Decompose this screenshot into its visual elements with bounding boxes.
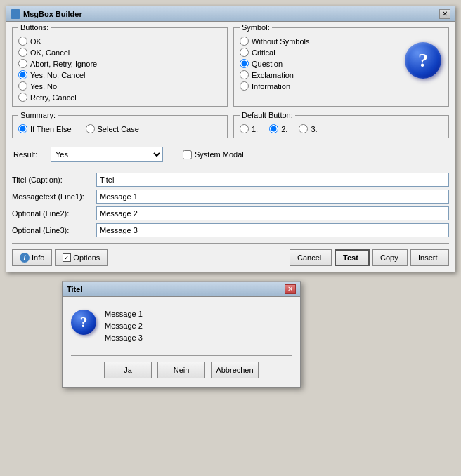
radio-yes-no-cancel[interactable]: Yes, No, Cancel bbox=[18, 70, 221, 79]
radio-if-then-else-label: If Then Else bbox=[30, 125, 72, 133]
radio-default-2[interactable]: 2. bbox=[269, 124, 287, 133]
line1-field[interactable] bbox=[96, 190, 449, 204]
title-input-row: Titel (Caption): bbox=[12, 173, 449, 187]
radio-default-1[interactable]: 1. bbox=[240, 124, 258, 133]
radio-if-then-else-input[interactable] bbox=[18, 124, 27, 133]
buttons-group: Buttons: OK OK, Cancel Abort, Retry, Ign… bbox=[12, 27, 228, 107]
preview-ja-label: Ja bbox=[124, 366, 132, 374]
line2-input-row: Optional (Line2): bbox=[12, 206, 449, 220]
radio-select-case[interactable]: Select Case bbox=[86, 124, 139, 133]
cancel-button-label: Cancel bbox=[297, 253, 321, 262]
window-titlebar: MsgBox Builder ✕ bbox=[6, 6, 455, 22]
line2-field-label: Optional (Line2): bbox=[12, 209, 96, 218]
separator-1 bbox=[12, 168, 449, 168]
preview-message-2: Message 2 bbox=[105, 320, 143, 332]
preview-nein-button[interactable]: Nein bbox=[157, 362, 205, 378]
radio-without-symbols-input[interactable] bbox=[240, 37, 249, 46]
radio-if-then-else[interactable]: If Then Else bbox=[18, 124, 72, 133]
radio-yes-no-label: Yes, No bbox=[30, 82, 57, 91]
preview-message-3: Message 3 bbox=[105, 332, 143, 344]
radio-yes-no-input[interactable] bbox=[18, 81, 27, 91]
preview-titlebar: Titel ✕ bbox=[63, 282, 300, 297]
insert-button[interactable]: Insert bbox=[410, 249, 449, 266]
radio-default-1-label: 1. bbox=[252, 125, 258, 133]
radio-ok[interactable]: OK bbox=[18, 37, 221, 46]
msgbox-builder-window: MsgBox Builder ✕ Buttons: OK OK, Cancel bbox=[6, 6, 455, 272]
radio-information-input[interactable] bbox=[240, 81, 249, 91]
radio-retry-cancel[interactable]: Retry, Cancel bbox=[18, 93, 221, 102]
line2-field[interactable] bbox=[96, 206, 449, 220]
radio-question-input[interactable] bbox=[240, 59, 249, 68]
radio-default-1-input[interactable] bbox=[240, 124, 249, 133]
separator-2 bbox=[12, 243, 449, 244]
preview-abbrechen-label: Abbrechen bbox=[216, 366, 253, 374]
radio-without-symbols-label: Without Symbols bbox=[252, 37, 310, 46]
preview-messages: Message 1 Message 2 Message 3 bbox=[105, 308, 143, 344]
radio-retry-cancel-input[interactable] bbox=[18, 93, 27, 102]
radio-ok-label: OK bbox=[30, 37, 41, 46]
preview-close-button[interactable]: ✕ bbox=[285, 284, 296, 294]
info-icon: i bbox=[20, 253, 30, 263]
preview-abbrechen-button[interactable]: Abbrechen bbox=[211, 362, 259, 378]
test-button[interactable]: Test bbox=[335, 249, 370, 266]
options-button-label: Options bbox=[73, 253, 100, 262]
radio-abort-retry-ignore-input[interactable] bbox=[18, 59, 27, 68]
radio-abort-retry-ignore-label: Abort, Retry, Ignore bbox=[30, 60, 97, 68]
radio-yes-no-cancel-label: Yes, No, Cancel bbox=[30, 71, 85, 79]
copy-button[interactable]: Copy bbox=[372, 249, 408, 266]
test-button-label: Test bbox=[343, 253, 358, 262]
radio-select-case-input[interactable] bbox=[86, 124, 95, 133]
radio-default-3-label: 3. bbox=[311, 125, 317, 133]
title-field-label: Titel (Caption): bbox=[12, 176, 96, 184]
title-field[interactable] bbox=[96, 173, 449, 187]
result-label: Result: bbox=[13, 150, 45, 159]
radio-default-2-input[interactable] bbox=[269, 124, 278, 133]
radio-default-3-input[interactable] bbox=[299, 124, 308, 133]
radio-critical-label: Critical bbox=[252, 48, 275, 57]
default-button-radios: 1. 2. 3. bbox=[240, 124, 443, 133]
radio-information-label: Information bbox=[252, 82, 290, 91]
preview-message-1: Message 1 bbox=[105, 308, 143, 320]
radio-exclamation-input[interactable] bbox=[240, 70, 249, 79]
window-body: Buttons: OK OK, Cancel Abort, Retry, Ign… bbox=[6, 22, 455, 272]
system-modal-checkbox[interactable] bbox=[183, 150, 192, 159]
system-modal-label: System Modal bbox=[195, 150, 244, 159]
cancel-button[interactable]: Cancel bbox=[290, 249, 332, 266]
radio-yes-no[interactable]: Yes, No bbox=[18, 81, 221, 91]
radio-information[interactable]: Information bbox=[240, 81, 443, 91]
default-button-group-label: Default Button: bbox=[240, 111, 295, 119]
window-title-bar: MsgBox Builder bbox=[11, 9, 82, 19]
summary-group: Summary: If Then Else Select Case bbox=[12, 115, 228, 138]
radio-ok-input[interactable] bbox=[18, 37, 27, 46]
info-button-label: Info bbox=[32, 253, 44, 262]
summary-row: Summary: If Then Else Select Case Defaul… bbox=[12, 115, 449, 143]
top-section: Buttons: OK OK, Cancel Abort, Retry, Ign… bbox=[12, 27, 449, 111]
options-button[interactable]: ✓ Options bbox=[55, 249, 108, 266]
line1-input-row: Messagetext (Line1): bbox=[12, 190, 449, 204]
radio-default-3[interactable]: 3. bbox=[299, 124, 317, 133]
radio-yes-no-cancel-input[interactable] bbox=[18, 70, 27, 79]
radio-ok-cancel[interactable]: OK, Cancel bbox=[18, 48, 221, 57]
line3-input-row: Optional (Line3): bbox=[12, 223, 449, 237]
window-title-text: MsgBox Builder bbox=[23, 10, 82, 18]
radio-exclamation-label: Exclamation bbox=[252, 71, 294, 79]
window-close-button[interactable]: ✕ bbox=[439, 9, 450, 19]
summary-radios: If Then Else Select Case bbox=[18, 124, 221, 133]
result-select[interactable]: Yes No Cancel OK Abort Retry Ignore bbox=[51, 147, 163, 162]
line3-field[interactable] bbox=[96, 223, 449, 237]
preview-question-icon: ? bbox=[71, 310, 96, 335]
radio-abort-retry-ignore[interactable]: Abort, Retry, Ignore bbox=[18, 59, 221, 68]
line3-field-label: Optional (Line3): bbox=[12, 226, 96, 234]
radio-default-2-label: 2. bbox=[281, 125, 287, 133]
preview-title-text: Titel bbox=[67, 285, 82, 293]
input-section: Titel (Caption): Messagetext (Line1): Op… bbox=[12, 173, 449, 237]
question-mark-icon: ? bbox=[405, 42, 441, 79]
radio-question-label: Question bbox=[252, 60, 283, 68]
radio-critical-input[interactable] bbox=[240, 48, 249, 57]
preview-dialog-buttons: Ja Nein Abbrechen bbox=[71, 362, 292, 378]
preview-ja-button[interactable]: Ja bbox=[104, 362, 152, 378]
radio-ok-cancel-label: OK, Cancel bbox=[30, 48, 70, 57]
preview-window: Titel ✕ ? Message 1 Message 2 Message 3 … bbox=[62, 281, 301, 388]
radio-ok-cancel-input[interactable] bbox=[18, 48, 27, 57]
info-button[interactable]: i Info bbox=[12, 249, 52, 266]
